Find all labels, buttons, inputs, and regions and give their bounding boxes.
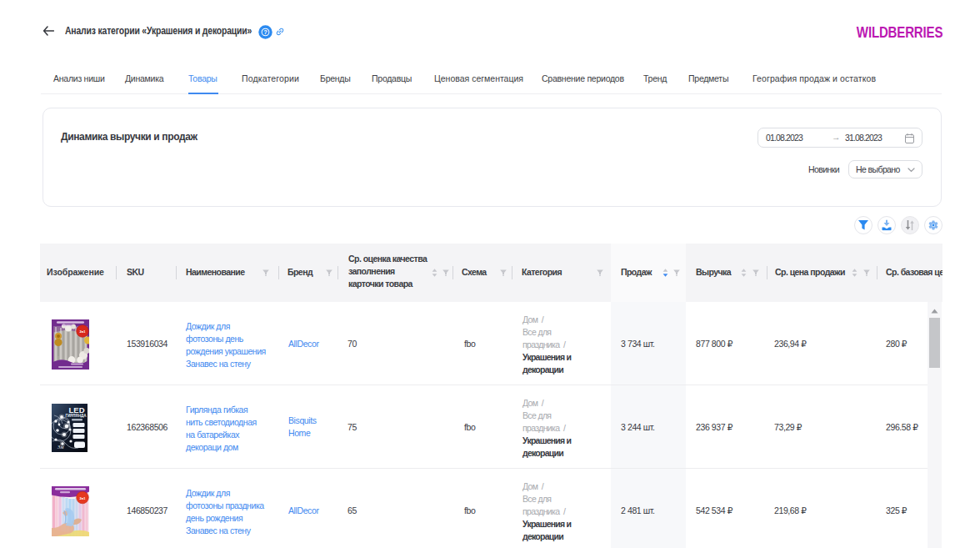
svg-text:LED: LED: [69, 405, 85, 415]
svg-text:2в1: 2в1: [80, 329, 87, 334]
svg-text:3м: 3м: [57, 444, 63, 450]
svg-text:ГИРЛЯНДА: ГИРЛЯНДА: [65, 414, 87, 418]
svg-text:?: ?: [263, 28, 268, 36]
svg-text:2в1: 2в1: [80, 496, 87, 500]
